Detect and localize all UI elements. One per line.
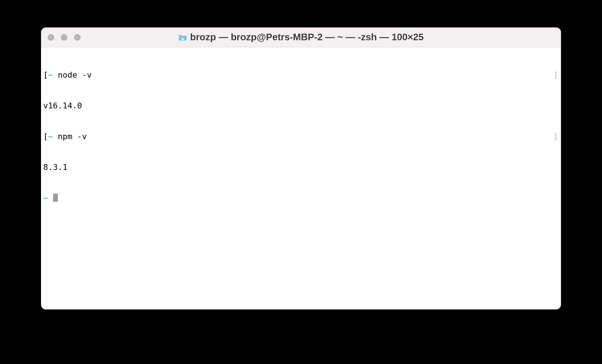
terminal-line: [~ node -v] xyxy=(43,70,559,80)
terminal-command: node -v xyxy=(58,70,92,79)
folder-home-icon xyxy=(178,34,187,41)
prompt-tilde: ~ xyxy=(43,193,48,203)
terminal-output: 8.3.1 xyxy=(43,162,67,172)
terminal-line: 8.3.1 xyxy=(43,162,559,172)
title-wrap: brozp — brozp@Petrs-MBP-2 — ~ — -zsh — 1… xyxy=(41,31,561,43)
titlebar: brozp — brozp@Petrs-MBP-2 — ~ — -zsh — 1… xyxy=(41,27,561,47)
terminal-output: v16.14.0 xyxy=(43,101,82,111)
cursor xyxy=(53,194,58,202)
maximize-button[interactable] xyxy=(74,34,81,41)
terminal-line: ~ xyxy=(43,193,559,203)
terminal-command: npm -v xyxy=(58,132,87,141)
prompt-left-bracket: [ xyxy=(43,132,48,141)
terminal-body[interactable]: [~ node -v] v16.14.0 [~ npm -v] 8.3.1 ~ xyxy=(41,47,561,309)
terminal-line: v16.14.0 xyxy=(43,101,559,111)
terminal-window: brozp — brozp@Petrs-MBP-2 — ~ — -zsh — 1… xyxy=(41,27,561,309)
traffic-lights xyxy=(41,34,81,41)
prompt-right-bracket: ] xyxy=(553,131,559,142)
prompt-right-bracket: ] xyxy=(553,70,559,80)
window-title: brozp — brozp@Petrs-MBP-2 — ~ — -zsh — 1… xyxy=(190,31,424,43)
prompt-left-bracket: [ xyxy=(43,70,48,79)
prompt-tilde: ~ xyxy=(48,132,53,141)
terminal-line: [~ npm -v] xyxy=(43,131,559,142)
prompt-tilde: ~ xyxy=(48,70,53,79)
minimize-button[interactable] xyxy=(61,34,67,41)
close-button[interactable] xyxy=(48,34,54,41)
